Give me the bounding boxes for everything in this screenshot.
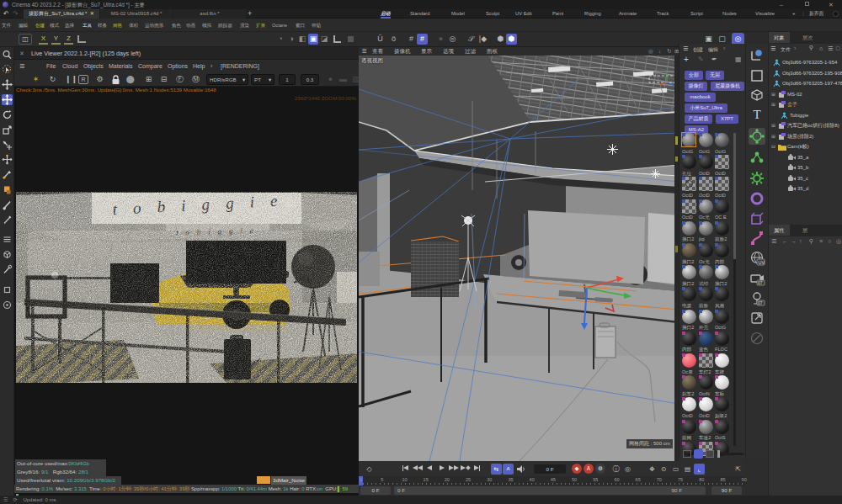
svg-text:07: 07: [758, 300, 763, 305]
svg-text:UV: UV: [759, 260, 765, 265]
svg-text:07: 07: [758, 280, 763, 285]
